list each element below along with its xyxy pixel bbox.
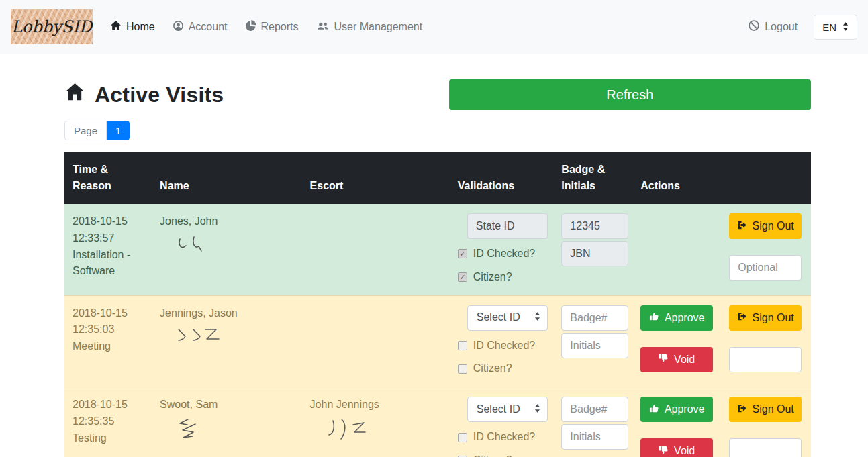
- void-button[interactable]: Void: [640, 438, 713, 457]
- table-row: 2018-10-15 12:33:57 Installation - Softw…: [64, 204, 811, 296]
- sign-out-icon: [737, 311, 747, 324]
- nav-user-management[interactable]: User Management: [316, 20, 423, 34]
- table-row: 2018-10-15 12:35:35 Testing Swoot, Sam J…: [64, 387, 811, 457]
- table-row: 2018-10-15 12:35:03 Meeting Jennings, Ja…: [64, 295, 811, 387]
- sign-out-button[interactable]: Sign Out: [729, 397, 802, 422]
- navbar: LobbySID Home Account Reports User Manag…: [0, 0, 868, 54]
- cell-validations: Select ID ID Checked? Citizen?: [450, 295, 554, 387]
- cell-actions: Approve Void Sign Out: [632, 387, 811, 457]
- citizen-checkbox[interactable]: Citizen?: [458, 360, 546, 377]
- app-logo-text: LobbySID: [11, 17, 92, 36]
- cell-time-reason: 2018-10-15 12:33:57 Installation - Softw…: [64, 204, 152, 296]
- id-type-input: [467, 213, 548, 239]
- col-header-escort: Escort: [302, 152, 450, 204]
- thumbs-down-icon: [659, 353, 669, 366]
- nav-home[interactable]: Home: [110, 20, 155, 34]
- cell-validations: ✓ ID Checked? ✓ Citizen?: [450, 204, 554, 296]
- table-header-row: Time & Reason Name Escort Validations Ba…: [64, 152, 811, 204]
- cell-validations: Select ID ID Checked? Citizen?: [450, 387, 554, 457]
- sign-out-icon: [737, 220, 747, 233]
- badge-number-input: [561, 213, 628, 239]
- cell-escort: John Jennings: [302, 387, 450, 457]
- refresh-button[interactable]: Refresh: [449, 79, 811, 110]
- cell-name: Jennings, Jason: [152, 295, 302, 387]
- cell-escort: [302, 295, 450, 387]
- checkbox-checked-icon: ✓: [458, 272, 467, 282]
- reports-icon: [245, 20, 256, 34]
- col-header-name: Name: [152, 152, 302, 204]
- thumbs-up-icon: [649, 403, 659, 416]
- col-header-validations: Validations: [450, 152, 554, 204]
- col-header-time-reason: Time & Reason: [64, 152, 152, 204]
- active-visits-table: Time & Reason Name Escort Validations Ba…: [64, 152, 811, 457]
- pagination-label: Page: [64, 121, 107, 140]
- void-button[interactable]: Void: [640, 347, 713, 372]
- initials-input[interactable]: [561, 333, 628, 358]
- page-title: Active Visits: [64, 82, 224, 108]
- cell-actions: Sign Out: [632, 204, 811, 296]
- nav-account[interactable]: Account: [173, 20, 228, 34]
- id-type-select[interactable]: Select ID: [467, 305, 548, 331]
- sign-out-button[interactable]: Sign Out: [729, 213, 802, 239]
- sign-out-icon: [737, 403, 747, 416]
- select-arrows-icon: [842, 21, 849, 33]
- checkbox-unchecked-icon: [458, 364, 467, 374]
- app-logo[interactable]: LobbySID: [11, 9, 93, 44]
- approve-button[interactable]: Approve: [640, 305, 713, 331]
- citizen-checkbox: ✓ Citizen?: [458, 269, 546, 286]
- id-type-select[interactable]: Select ID: [467, 397, 548, 422]
- initials-input[interactable]: [561, 424, 628, 450]
- thumbs-up-icon: [649, 311, 659, 324]
- cell-escort: [302, 204, 450, 296]
- select-arrows-icon: [534, 401, 540, 418]
- col-header-actions: Actions: [632, 152, 811, 204]
- id-checked-checkbox: ✓ ID Checked?: [458, 246, 546, 262]
- citizen-checkbox[interactable]: Citizen?: [458, 452, 546, 457]
- id-checked-checkbox[interactable]: ID Checked?: [458, 338, 546, 354]
- language-select[interactable]: EN: [814, 15, 857, 40]
- visitor-signature: [173, 416, 222, 446]
- checkbox-unchecked-icon: [458, 341, 467, 350]
- navbar-right: Logout EN: [748, 15, 857, 40]
- pagination: Page 1: [64, 121, 130, 140]
- badge-number-input[interactable]: [561, 397, 628, 422]
- escort-signature: [324, 416, 380, 447]
- pagination-page-1[interactable]: 1: [107, 121, 130, 140]
- sign-out-button[interactable]: Sign Out: [729, 305, 802, 331]
- logout-ban-icon: [748, 19, 760, 34]
- nav-reports[interactable]: Reports: [245, 20, 299, 34]
- col-header-badge-initials: Badge & Initials: [553, 152, 632, 204]
- account-icon: [173, 20, 184, 34]
- house-icon: [64, 82, 85, 108]
- users-icon: [316, 20, 330, 34]
- approve-void-column: [640, 213, 713, 281]
- cell-badge-initials: [553, 204, 632, 296]
- select-arrows-icon: [534, 309, 540, 326]
- cell-actions: Approve Void Sign Out: [632, 295, 811, 387]
- cell-time-reason: 2018-10-15 12:35:35 Testing: [64, 387, 152, 457]
- checkbox-checked-icon: ✓: [458, 249, 467, 258]
- cell-badge-initials: [553, 387, 632, 457]
- signout-initials-input[interactable]: [729, 255, 802, 281]
- cell-badge-initials: [553, 295, 632, 387]
- cell-time-reason: 2018-10-15 12:35:03 Meeting: [64, 295, 152, 387]
- checkbox-unchecked-icon: [458, 433, 467, 442]
- home-icon: [110, 20, 122, 34]
- visitor-signature: [173, 233, 222, 261]
- signout-initials-input[interactable]: [729, 347, 802, 372]
- signout-initials-input[interactable]: [729, 438, 802, 457]
- main-content: Active Visits Refresh Page 1 Time & Reas…: [0, 54, 868, 457]
- initials-input: [561, 241, 628, 266]
- nav-logout[interactable]: Logout: [748, 19, 798, 34]
- id-checked-checkbox[interactable]: ID Checked?: [458, 429, 546, 446]
- thumbs-down-icon: [659, 445, 669, 457]
- visitor-signature: [173, 324, 230, 351]
- approve-button[interactable]: Approve: [640, 397, 713, 422]
- cell-name: Jones, John: [152, 204, 302, 296]
- main-nav: Home Account Reports User Management: [110, 20, 422, 34]
- badge-number-input[interactable]: [561, 305, 628, 331]
- cell-name: Swoot, Sam: [152, 387, 302, 457]
